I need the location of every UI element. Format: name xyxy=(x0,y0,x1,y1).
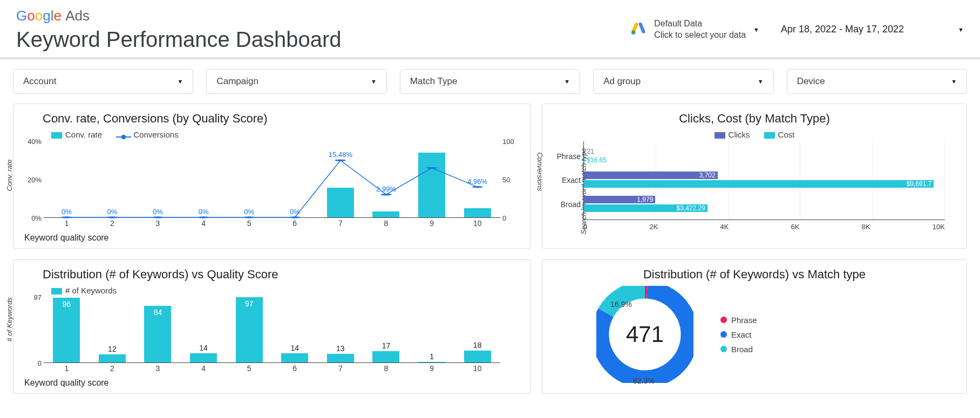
legend-item-keywords: # of Keywords xyxy=(51,286,117,295)
chart1-y2-ticks: 100 50 0 xyxy=(500,141,520,218)
svg-point-4 xyxy=(198,216,209,218)
donut-chart: 471 16.9% 82.3% xyxy=(596,286,693,383)
svg-point-7 xyxy=(335,160,346,161)
page-title: Keyword Performance Dashboard xyxy=(16,28,630,52)
chart1-y1-ticks: 40% 20% 0% xyxy=(25,141,44,218)
chart3-legend: Clicks Cost xyxy=(553,130,956,139)
panel-distribution-quality: Distribution (# of Keywords) vs Quality … xyxy=(13,259,531,394)
svg-point-2 xyxy=(107,216,118,218)
panels-grid: Conv. rate, Conversions (by Quality Scor… xyxy=(0,104,980,405)
chevron-down-icon: ▼ xyxy=(951,78,957,85)
google-ads-icon xyxy=(630,20,646,39)
svg-point-9 xyxy=(426,167,437,169)
legend-item-phrase: Phrase xyxy=(720,316,757,325)
legend-item-cost: Cost xyxy=(764,130,795,139)
chevron-down-icon: ▼ xyxy=(753,26,759,33)
data-source-text: Default Data Click to select your data xyxy=(654,18,746,41)
svg-point-3 xyxy=(152,216,163,218)
chart1-y1-title: Conv. rate xyxy=(5,159,13,191)
chart2-y-title: # of Keywords xyxy=(5,297,13,341)
panel-clicks-cost: Clicks, Cost (by Match Type) Clicks Cost… xyxy=(542,104,967,249)
filter-campaign[interactable]: Campaign▼ xyxy=(206,69,386,94)
chart1-x-label: Keyword quality score xyxy=(24,233,520,243)
donut-slice-labels: 16.9% 82.3% xyxy=(596,286,693,383)
svg-point-5 xyxy=(244,216,255,218)
legend-item-conversions: Conversions xyxy=(116,130,179,139)
legend-item-broad: Broad xyxy=(720,345,757,354)
filter-ad-group[interactable]: Ad group▼ xyxy=(593,69,773,94)
chart4-title: Distribution (# of Keywords) vs Match ty… xyxy=(553,268,956,282)
filter-match-type[interactable]: Match Type▼ xyxy=(400,69,580,94)
chevron-down-icon: ▼ xyxy=(758,78,764,85)
filter-device[interactable]: Device▼ xyxy=(787,69,967,94)
chart1-plot-area: Conv. rate Conversions 40% 20% 0% 100 50… xyxy=(44,141,500,233)
chart2-y-ticks: 97 0 xyxy=(28,297,44,363)
svg-point-1 xyxy=(61,216,72,218)
legend-item-clicks: Clicks xyxy=(714,130,750,139)
filter-account[interactable]: Account▼ xyxy=(13,69,193,94)
chevron-down-icon: ▼ xyxy=(958,26,964,33)
chart3-title: Clicks, Cost (by Match Type) xyxy=(553,112,956,126)
svg-point-8 xyxy=(380,194,391,195)
legend-item-exact: Exact xyxy=(720,330,757,339)
header-left: Google Ads Keyword Performance Dashboard xyxy=(16,8,630,52)
date-range-selector[interactable]: Apr 18, 2022 - May 17, 2022 ▼ xyxy=(781,24,964,35)
svg-point-10 xyxy=(472,186,483,188)
data-source-selector[interactable]: Default Data Click to select your data ▼ xyxy=(630,18,759,41)
chevron-down-icon: ▼ xyxy=(371,78,377,85)
chart4-plot-area: 471 16.9% 82.3% PhraseExactBroad xyxy=(553,286,956,383)
chart2-plot-area: # of Keywords 97 0 9612841497141317118 1… xyxy=(44,297,500,378)
chart2-title: Distribution (# of Keywords) vs Quality … xyxy=(43,268,520,282)
panel-distribution-match-type: Distribution (# of Keywords) vs Match ty… xyxy=(542,259,967,394)
chart3-plot-area: Search keyword match type Phrase21$16.85… xyxy=(583,141,945,233)
legend-item-conv-rate: Conv. rate xyxy=(51,130,102,139)
header: Google Ads Keyword Performance Dashboard… xyxy=(0,0,980,59)
chart2-x-label: Keyword quality score xyxy=(24,378,520,388)
svg-point-0 xyxy=(631,30,636,35)
chart2-legend: # of Keywords xyxy=(51,286,520,295)
panel-conv-rate-conversions: Conv. rate, Conversions (by Quality Scor… xyxy=(13,104,531,249)
google-ads-logo: Google Ads xyxy=(16,8,630,24)
filters-row: Account▼ Campaign▼ Match Type▼ Ad group▼… xyxy=(0,59,980,104)
chevron-down-icon: ▼ xyxy=(564,78,570,85)
chart1-legend: Conv. rate Conversions xyxy=(51,130,520,139)
header-right: Default Data Click to select your data ▼… xyxy=(630,8,964,41)
chart4-legend: PhraseExactBroad xyxy=(720,316,757,354)
svg-point-6 xyxy=(289,216,300,218)
chevron-down-icon: ▼ xyxy=(178,78,183,85)
chart1-y2-title: Conversions xyxy=(536,152,544,191)
chart1-title: Conv. rate, Conversions (by Quality Scor… xyxy=(43,112,520,126)
